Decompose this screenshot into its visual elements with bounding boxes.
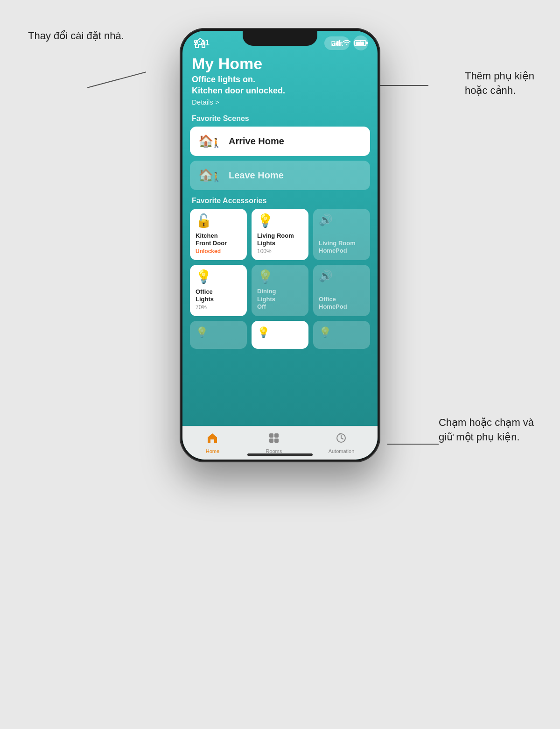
preview-icon-2: 💡 (257, 326, 270, 339)
leave-home-house-icon: 🏠 (198, 168, 213, 183)
dining-lights-icon: 💡 (257, 270, 303, 283)
battery-icon (354, 40, 366, 46)
signal-bars-icon (332, 40, 340, 46)
nav-rooms-icon (268, 432, 280, 447)
preview-card-2[interactable]: 💡 (252, 321, 308, 349)
preview-icon-3: 💡 (319, 326, 331, 339)
office-lights-info: OfficeLights 70% (196, 288, 241, 311)
callout-line-top-left (87, 71, 146, 88)
home-indicator (247, 453, 313, 456)
callout-line-top-right (372, 85, 428, 86)
annotation-top-right: Thêm phụ kiện hoặc cảnh. (465, 69, 534, 98)
office-homepod-name: OfficeHomePod (319, 296, 364, 311)
living-room-lights-name: Living RoomLights (257, 232, 303, 248)
annotation-right-mid: Chạm hoặc chạm và giữ một phụ kiện. (439, 416, 541, 445)
phone-screen: 9:41 (182, 31, 378, 460)
arrive-home-icon-wrapper: 🏠 🚶 (198, 134, 222, 149)
svg-rect-2 (269, 439, 273, 443)
office-lights-name: OfficeLights (196, 288, 241, 304)
preview-card-1[interactable]: 💡 (190, 321, 247, 349)
svg-rect-1 (274, 433, 279, 438)
scenes-container: 🏠 🚶 Arrive Home 🏠 🚶 Leave Home (182, 127, 378, 190)
nav-automation-label: Automation (329, 448, 355, 454)
office-homepod-icon: 🔊 (319, 270, 364, 282)
page-wrapper: Thay đổi cài đặt nhà. Thêm phụ kiện hoặc… (0, 0, 560, 729)
status-icons (332, 40, 366, 47)
accessory-living-room-lights[interactable]: 💡 Living RoomLights 100% (252, 209, 308, 260)
dining-lights-info: DiningLightsOff (257, 288, 303, 311)
office-homepod-info: OfficeHomePod (319, 296, 364, 311)
svg-rect-3 (274, 439, 279, 443)
preview-card-3[interactable]: 💡 (313, 321, 370, 349)
dining-lights-name: DiningLightsOff (257, 288, 303, 311)
home-title-section: My Home Office lights on. Kitchen door u… (182, 51, 378, 108)
notch (243, 31, 317, 46)
accessories-grid: 🔓 KitchenFront Door Unlocked 💡 Living Ro… (182, 209, 378, 316)
living-room-lights-status: 100% (257, 248, 303, 255)
kitchen-door-info: KitchenFront Door Unlocked (196, 232, 241, 255)
home-title: My Home (192, 55, 368, 72)
nav-home-label: Home (206, 448, 219, 454)
home-subtitle: Office lights on. Kitchen door unlocked. (192, 74, 368, 96)
nav-home[interactable]: Home (196, 430, 229, 456)
living-room-lights-info: Living RoomLights 100% (257, 232, 303, 255)
annotation-top-left: Thay đổi cài đặt nhà. (28, 29, 124, 43)
office-lights-icon: 💡 (196, 270, 241, 283)
kitchen-door-icon: 🔓 (196, 214, 241, 227)
phone-frame: 9:41 (180, 28, 380, 462)
living-room-homepod-icon: 🔊 (319, 214, 364, 226)
accessory-living-room-homepod[interactable]: 🔊 Living RoomHomePod (313, 209, 370, 260)
bottom-preview-row: 💡 💡 💡 (182, 321, 378, 349)
scroll-content: Edit + My Home Office lights on. Kitchen… (182, 31, 378, 426)
favorite-scenes-label: Favorite Scenes (182, 108, 378, 127)
scene-arrive-home[interactable]: 🏠 🚶 Arrive Home (190, 127, 370, 156)
nav-home-icon (206, 432, 218, 447)
kitchen-door-name: KitchenFront Door (196, 232, 241, 248)
wifi-icon (343, 40, 350, 47)
scene-leave-home[interactable]: 🏠 🚶 Leave Home (190, 161, 370, 190)
favorite-accessories-label: Favorite Accessories (182, 190, 378, 209)
leave-home-icon-wrapper: 🏠 🚶 (198, 168, 222, 183)
svg-rect-0 (269, 433, 273, 438)
kitchen-door-status: Unlocked (196, 248, 241, 255)
living-room-lights-icon: 💡 (257, 214, 303, 227)
accessory-kitchen-door[interactable]: 🔓 KitchenFront Door Unlocked (190, 209, 247, 260)
preview-icon-1: 💡 (196, 326, 208, 339)
nav-automation[interactable]: Automation (319, 430, 364, 456)
leave-home-name: Leave Home (229, 170, 284, 181)
arrive-home-house-icon: 🏠 (198, 134, 213, 149)
office-lights-status: 70% (196, 304, 241, 311)
details-link[interactable]: Details > (192, 98, 368, 106)
living-room-homepod-name: Living RoomHomePod (319, 240, 364, 255)
nav-automation-icon (335, 432, 347, 447)
status-time: 9:41 (194, 38, 210, 48)
accessory-office-lights[interactable]: 💡 OfficeLights 70% (190, 265, 247, 316)
accessory-dining-lights[interactable]: 💡 DiningLightsOff (252, 265, 308, 316)
accessory-office-homepod[interactable]: 🔊 OfficeHomePod (313, 265, 370, 316)
arrive-home-name: Arrive Home (229, 136, 284, 147)
callout-line-right-mid (387, 444, 439, 445)
living-room-homepod-info: Living RoomHomePod (319, 240, 364, 255)
nav-rooms[interactable]: Rooms (256, 430, 291, 456)
